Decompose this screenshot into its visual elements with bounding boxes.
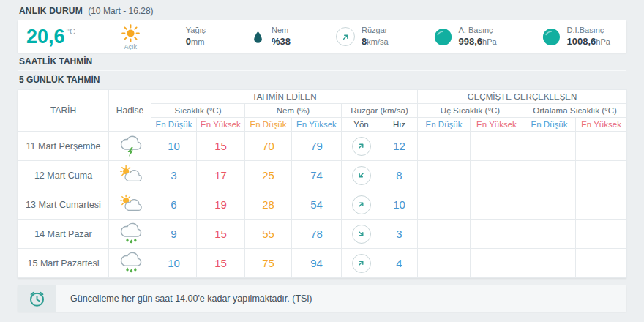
current-status-header: ANLIK DURUM (10 Mart - 16.28)	[18, 0, 626, 20]
wind-speed: 3	[381, 220, 418, 249]
temp-min: 10	[151, 132, 197, 161]
five-day-forecast-table: TARİH Hadise TAHMİN EDİLEN GEÇMİŞTE GERÇ…	[18, 89, 627, 278]
col-header-date: TARİH	[18, 90, 109, 132]
past-avg-min	[523, 190, 576, 220]
temp-min: 3	[151, 161, 197, 190]
col-header-min: En Düşük	[245, 118, 292, 132]
col-header-temperature: Sıcaklık (°C)	[151, 104, 245, 118]
past-extreme-max	[471, 161, 523, 190]
forecast-date: 15 Mart Pazartesi	[18, 249, 109, 278]
metric-label: A. Basınç	[459, 26, 497, 36]
metric-unit: hPa	[482, 37, 497, 46]
wind-direction	[342, 190, 381, 220]
past-extreme-max	[471, 132, 523, 161]
temp-min: 9	[151, 220, 197, 249]
humidity-max: 79	[292, 132, 342, 161]
past-avg-max	[576, 161, 627, 190]
past-extreme-min	[418, 220, 471, 249]
past-extreme-min	[418, 249, 471, 278]
table-row: 11 Mart Perşembe 10 15 70 79 12	[18, 132, 627, 161]
wind-speed: 4	[381, 249, 418, 278]
past-avg-max	[576, 220, 627, 249]
weather-icon	[109, 161, 151, 190]
col-header-max: En Yüksek	[292, 118, 342, 132]
clock-icon	[18, 285, 56, 312]
wind-direction-icon	[336, 27, 355, 46]
table-row: 15 Mart Pazartesi 10 15 75 94 4	[18, 249, 627, 278]
update-note: Güncelleme her gün saat 14.00'e kadar ya…	[56, 293, 312, 304]
metric-value: 1008,6	[567, 36, 596, 47]
humidity-min: 28	[245, 190, 292, 220]
metric-unit: hPa	[596, 37, 610, 46]
weather-icon	[109, 220, 151, 249]
weather-icon	[109, 132, 151, 161]
current-condition: Açık	[121, 23, 141, 50]
rain-icon	[109, 252, 151, 274]
group-header-past: GEÇMİŞTE GERÇEKLEŞEN	[418, 90, 627, 104]
metric-label: Nem	[272, 26, 291, 36]
weather-icon	[109, 249, 151, 278]
col-header-min: En Düşük	[151, 118, 197, 132]
col-header-max: En Yüksek	[576, 118, 627, 132]
humidity-max: 94	[292, 249, 342, 278]
col-header-avg-temp: Ortalama Sıcaklık (°C)	[523, 104, 627, 118]
pressure-icon	[434, 28, 452, 46]
wind-direction-icon	[352, 137, 371, 156]
wind-direction	[342, 132, 381, 161]
humidity-max: 78	[292, 220, 342, 249]
metric-unit: mm	[191, 37, 204, 46]
past-extreme-max	[471, 190, 523, 220]
wind-direction-icon	[352, 254, 371, 273]
metric-value: %38	[272, 36, 291, 47]
wind-speed: 10	[381, 190, 418, 220]
table-row: 13 Mart Cumartesi 6 19 28 54 10	[18, 190, 627, 220]
metric-value: 0	[186, 36, 191, 47]
past-extreme-min	[418, 161, 471, 190]
temperature-unit: °C	[67, 27, 75, 36]
past-extreme-min	[418, 190, 471, 220]
forecast-date: 14 Mart Pazar	[18, 220, 109, 249]
humidity-min: 75	[245, 249, 292, 278]
forecast-date: 11 Mart Perşembe	[18, 132, 109, 161]
wind-direction	[342, 220, 381, 249]
temp-max: 17	[197, 161, 245, 190]
thunderstorm-icon	[109, 135, 151, 157]
wind-direction-icon	[352, 195, 371, 214]
past-avg-min	[523, 220, 576, 249]
col-header-extreme-temp: Uç Sıcaklık (°C)	[418, 104, 523, 118]
temperature-value: 20,6	[26, 26, 65, 47]
wind-speed: 8	[381, 161, 418, 190]
col-header-direction: Yön	[342, 118, 381, 132]
metric-label: Rüzgar	[362, 26, 389, 36]
temp-max: 15	[197, 132, 245, 161]
droplet-icon	[251, 29, 265, 45]
partly-cloudy-icon	[109, 164, 151, 187]
sun-icon	[121, 23, 141, 43]
partly-cloudy-icon	[109, 193, 151, 216]
metric-humidity: Nem %38	[251, 26, 291, 48]
col-header-min: En Düşük	[523, 118, 576, 132]
humidity-min: 70	[245, 132, 292, 161]
forecast-date: 13 Mart Cumartesi	[18, 190, 109, 220]
group-header-predicted: TAHMİN EDİLEN	[151, 90, 418, 104]
current-temperature: 20,6 °C	[26, 26, 75, 47]
metric-sea-level-pressure: D.İ.Basınç 1008,6hPa	[542, 26, 610, 48]
past-avg-min	[523, 249, 576, 278]
forecast-date: 12 Mart Cuma	[18, 161, 109, 190]
update-note-bar: Güncelleme her gün saat 14.00'e kadar ya…	[18, 285, 626, 312]
metric-wind: Rüzgar 8km/sa	[336, 26, 389, 48]
section-five-day-forecast[interactable]: 5 GÜNLÜK TAHMİN	[18, 71, 626, 89]
past-extreme-max	[471, 220, 523, 249]
section-hourly-forecast[interactable]: SAATLİK TAHMİN	[18, 53, 626, 71]
wind-direction-icon	[352, 225, 371, 244]
past-avg-max	[576, 190, 627, 220]
col-header-speed: Hız	[381, 118, 418, 132]
col-header-event: Hadise	[109, 90, 151, 132]
wind-speed: 12	[381, 132, 418, 161]
temp-max: 15	[197, 249, 245, 278]
past-extreme-min	[418, 132, 471, 161]
col-header-wind: Rüzgar (km/sa)	[342, 104, 418, 118]
five-day-forecast-card: TARİH Hadise TAHMİN EDİLEN GEÇMİŞTE GERÇ…	[18, 89, 626, 278]
humidity-max: 74	[292, 161, 342, 190]
past-avg-max	[576, 132, 627, 161]
